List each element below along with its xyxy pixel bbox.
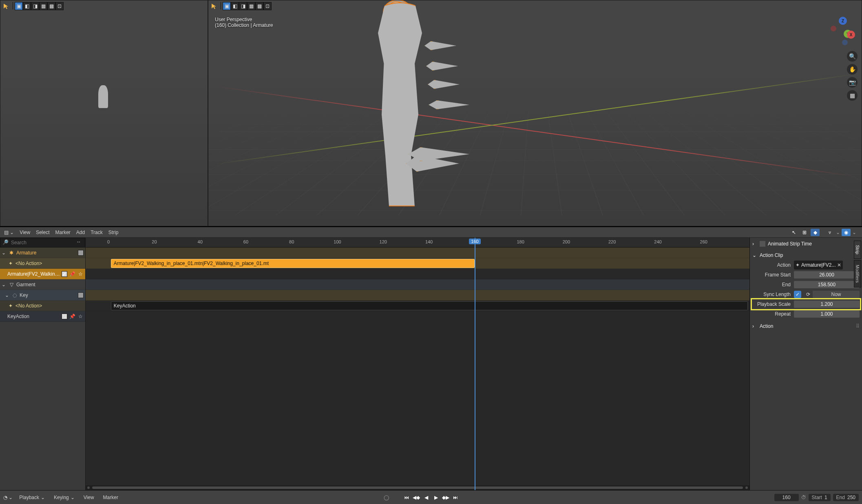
timeline-ruler[interactable]: 020406080100120140160180200220240260 xyxy=(86,238,749,248)
menu-marker[interactable]: Marker xyxy=(55,230,71,235)
select-mode2-icon[interactable]: ◧ xyxy=(231,2,239,10)
axis-neg-ball[interactable] xyxy=(842,40,848,45)
chevron-down-icon[interactable]: ⌄ xyxy=(752,252,757,258)
tree-item-key[interactable]: ⌄ ◌ Key xyxy=(0,290,85,301)
search-input[interactable] xyxy=(0,238,85,248)
chevron-down-icon[interactable]: ⌄ xyxy=(2,282,7,287)
nla-tracks-area[interactable]: 020406080100120140160180200220240260 160… xyxy=(86,238,749,490)
visibility-checkbox[interactable] xyxy=(78,250,84,256)
chevron-down-icon[interactable]: ⌄ xyxy=(2,250,7,256)
tree-item-strip-selected[interactable]: Armature|FV2_Walking_ir ✓ 📌 ☆ xyxy=(0,269,85,279)
zoom-icon[interactable]: 🔍 xyxy=(847,51,858,62)
select-box-icon[interactable]: ▣ xyxy=(223,2,231,10)
filter-icon[interactable]: ▿ xyxy=(825,229,834,236)
expand-toggle-icon[interactable]: ↔ xyxy=(76,239,84,246)
pin-icon[interactable]: 📌 xyxy=(69,271,75,277)
side-tab-modifiers[interactable]: Modifiers xyxy=(854,260,861,287)
axis-z-ball[interactable]: Z xyxy=(839,17,847,25)
toggle-markers-icon[interactable]: ◆ xyxy=(811,229,820,236)
nla-strip-selected[interactable]: Armature|FV2_Walking_in_place_01.mtn|FV2… xyxy=(111,259,475,268)
nla-strip-keyaction[interactable]: KeyAction xyxy=(111,301,748,310)
frame-start-input[interactable]: 26.000 xyxy=(794,271,860,279)
pan-hand-icon[interactable]: ✋ xyxy=(847,64,858,75)
toggle-cursor-icon[interactable]: ↖ xyxy=(789,229,798,236)
autokey-record-icon[interactable]: ◯ xyxy=(384,495,389,500)
frame-end-control[interactable]: End 250 xyxy=(833,494,859,501)
nav-gizmo[interactable]: Z Y X xyxy=(831,17,855,45)
footer-view-menu[interactable]: View xyxy=(81,494,97,501)
horizontal-scrollbar[interactable] xyxy=(86,485,749,490)
current-frame-input[interactable]: 160 xyxy=(774,494,799,501)
keying-dropdown[interactable]: Keying⌄ xyxy=(51,494,77,501)
sync-length-checkbox[interactable]: ✓ xyxy=(794,291,801,298)
track-row[interactable] xyxy=(86,269,749,279)
toggle-side-panel-icon[interactable]: ◉ xyxy=(842,229,851,236)
axis-neg-ball[interactable] xyxy=(831,26,836,31)
select-box-icon[interactable]: ▣ xyxy=(15,2,23,10)
star-icon[interactable]: ☆ xyxy=(77,314,84,319)
select-mode3-icon[interactable]: ◨ xyxy=(239,2,247,10)
strip-toggle-checkbox[interactable]: ✓ xyxy=(62,314,67,319)
select-mode4-icon[interactable]: ▦ xyxy=(247,2,255,10)
jump-end-icon[interactable]: ⏭ xyxy=(451,493,460,502)
menu-strip[interactable]: Strip xyxy=(108,230,119,235)
select-mode3-icon[interactable]: ◨ xyxy=(31,2,39,10)
clear-x-icon[interactable]: ✕ xyxy=(837,262,841,268)
pin-icon[interactable]: 📌 xyxy=(69,314,75,319)
use-preview-range-icon[interactable]: ⏱ xyxy=(801,495,806,500)
keyframe-next-icon[interactable]: ◆▶ xyxy=(441,493,450,502)
menu-select[interactable]: Select xyxy=(36,230,49,235)
tree-item-keyaction[interactable]: KeyAction ✓ 📌 ☆ xyxy=(0,311,85,322)
playback-dropdown[interactable]: Playback⌄ xyxy=(17,494,47,501)
camera-icon[interactable]: 📷 xyxy=(847,77,858,88)
play-reverse-icon[interactable]: ◀ xyxy=(422,493,431,502)
panel-action[interactable]: › Action ⠿ xyxy=(752,322,860,331)
perspective-grid-icon[interactable]: ▦ xyxy=(847,90,858,101)
select-mode5-icon[interactable]: ▩ xyxy=(47,2,55,10)
axis-x-ball[interactable]: X xyxy=(847,31,855,39)
chevron-right-icon[interactable]: › xyxy=(752,323,757,329)
chevron-right-icon[interactable]: › xyxy=(752,241,757,247)
jump-start-icon[interactable]: ⏮ xyxy=(402,493,411,502)
select-mode2-icon[interactable]: ◧ xyxy=(23,2,31,10)
play-icon[interactable]: ▶ xyxy=(431,493,440,502)
cursor-icon[interactable] xyxy=(210,2,218,10)
track-row[interactable]: Armature|FV2_Walking_in_place_01.mtn|FV2… xyxy=(86,258,749,269)
chevron-down-icon[interactable]: ⌄ xyxy=(5,292,10,298)
track-row[interactable] xyxy=(86,290,749,301)
tree-item-no-action[interactable]: ✦ <No Action> xyxy=(0,301,85,311)
side-tab-strip[interactable]: Strip xyxy=(854,241,861,259)
strip-toggle-checkbox[interactable]: ✓ xyxy=(62,271,67,277)
menu-view[interactable]: View xyxy=(20,230,30,235)
menu-track[interactable]: Track xyxy=(91,230,103,235)
select-mode6-icon[interactable]: ⊡ xyxy=(263,2,272,10)
sync-now-button[interactable]: Now xyxy=(813,291,860,298)
editor-type-icon[interactable]: ◔ ⌄ xyxy=(3,495,13,500)
playhead[interactable]: 160 xyxy=(475,238,475,490)
menu-add[interactable]: Add xyxy=(76,230,85,235)
select-mode6-icon[interactable]: ⊡ xyxy=(55,2,64,10)
toggle-snap-icon[interactable]: ⊞ xyxy=(800,229,809,236)
visibility-checkbox[interactable] xyxy=(78,292,84,298)
action-picker[interactable]: ✦ Armature|FV2... ✕ xyxy=(794,261,843,270)
select-mode5-icon[interactable]: ▩ xyxy=(255,2,263,10)
cursor-icon[interactable] xyxy=(2,2,10,10)
frame-end-input[interactable]: 158.500 xyxy=(794,281,860,288)
repeat-input[interactable]: 1.000 xyxy=(794,310,860,318)
track-row[interactable] xyxy=(86,279,749,290)
tree-item-garment[interactable]: ⌄ ▽ Garment xyxy=(0,279,85,290)
footer-marker-menu[interactable]: Marker xyxy=(101,494,121,501)
select-mode4-icon[interactable]: ▦ xyxy=(39,2,47,10)
panel-checkbox[interactable] xyxy=(760,241,765,247)
tree-item-armature[interactable]: ⌄ ✱ Armature xyxy=(0,248,85,258)
tree-item-no-action[interactable]: ✦ <No Action> xyxy=(0,258,85,269)
editor-type-icon[interactable]: ▤ ⌄ xyxy=(4,230,14,235)
panel-action-clip[interactable]: ⌄ Action Clip ⠿ xyxy=(752,251,860,260)
panel-animated-strip-time[interactable]: › Animated Strip Time xyxy=(752,239,860,248)
frame-start-control[interactable]: Start 1 xyxy=(809,494,831,501)
playback-scale-input[interactable]: 1.200 xyxy=(794,301,860,308)
viewport-right[interactable]: ▣ ◧ ◨ ▦ ▩ ⊡ Options ⌄ User Perspective (… xyxy=(208,0,862,226)
viewport-left[interactable]: ▣ ◧ ◨ ▦ ▩ ⊡ Options ⌄ xyxy=(0,0,208,226)
sync-refresh-icon[interactable]: ⟳ xyxy=(804,292,813,297)
track-row[interactable] xyxy=(86,248,749,258)
